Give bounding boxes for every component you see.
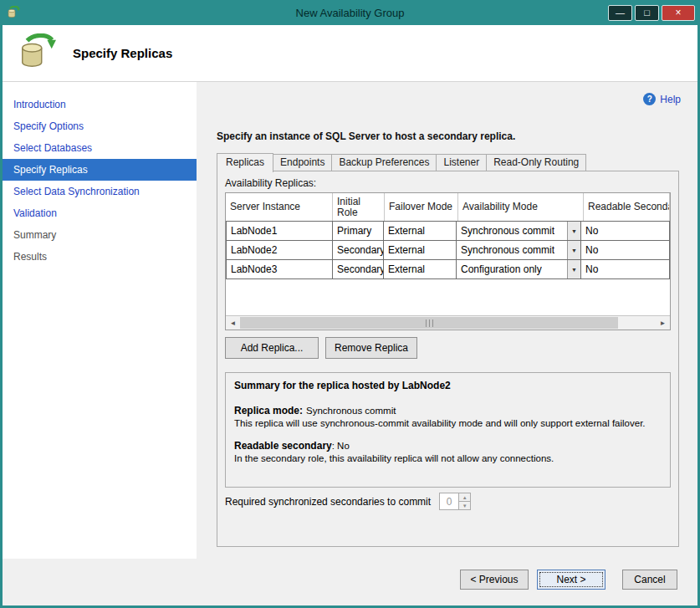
cell-failover-mode[interactable]: External [383, 259, 457, 279]
readable-secondary-label: Readable secondary [234, 440, 332, 452]
sidebar-item-select-databases[interactable]: Select Databases [3, 137, 197, 159]
cell-readable-secondary[interactable]: No [580, 240, 670, 260]
availability-replicas-grid: Server Instance Initial Role Failover Mo… [225, 192, 671, 330]
cell-initial-role[interactable]: Secondary [332, 240, 384, 260]
next-button[interactable]: Next > [537, 570, 605, 590]
wizard-steps-sidebar: Introduction Specify Options Select Data… [3, 82, 197, 559]
tab-endpoints[interactable]: Endpoints [273, 154, 332, 171]
cell-server-instance[interactable]: LabNode2 [226, 240, 333, 260]
sidebar-item-summary: Summary [3, 224, 197, 246]
previous-button[interactable]: < Previous [460, 570, 529, 590]
spin-down-icon: ▼ [459, 502, 470, 509]
readable-secondary-description: In the secondary role, this availability… [234, 452, 662, 465]
availability-replicas-label: Availability Replicas: [225, 177, 316, 189]
replica-summary-box: Summary for the replica hosted by LabNod… [225, 372, 671, 488]
sidebar-item-introduction[interactable]: Introduction [3, 94, 197, 115]
cell-initial-role[interactable]: Primary [332, 221, 384, 241]
cell-readable-secondary[interactable]: No [580, 259, 670, 279]
help-icon: ? [643, 93, 656, 105]
cell-failover-mode[interactable]: External [383, 240, 457, 260]
chevron-down-icon[interactable]: ▼ [567, 260, 580, 278]
grid-empty-area [226, 279, 670, 315]
page-title: Specify Replicas [73, 46, 172, 60]
column-header-server-instance: Server Instance [226, 193, 333, 222]
required-secondaries-stepper: 0 ▲ ▼ [439, 493, 471, 510]
column-header-initial-role: Initial Role [333, 193, 385, 222]
scrollbar-grip-icon [426, 319, 433, 327]
summary-title: Summary for the replica hosted by LabNod… [234, 380, 662, 391]
cell-initial-role[interactable]: Secondary [332, 259, 384, 279]
scroll-right-icon[interactable]: ► [656, 316, 670, 330]
cell-failover-mode[interactable]: External [383, 221, 457, 241]
spin-up-icon: ▲ [459, 493, 470, 502]
main-content: ? Help Specify an instance of SQL Server… [197, 82, 697, 559]
instruction-text: Specify an instance of SQL Server to hos… [217, 130, 515, 142]
table-row[interactable]: LabNode1 Primary External Synchronous co… [226, 221, 670, 241]
tab-strip: Replicas Endpoints Backup Preferences Li… [217, 153, 586, 172]
availability-mode-value: Synchronous commit [457, 225, 554, 237]
replica-mode-value: Synchronous commit [306, 406, 396, 416]
readable-secondary-value: : No [332, 441, 350, 451]
required-secondaries-label: Required synchronized secondaries to com… [225, 496, 431, 508]
replicas-tab-panel: Availability Replicas: Server Instance I… [217, 171, 679, 547]
column-header-readable-secondary: Readable Secondary [584, 193, 670, 222]
grid-header-row: Server Instance Initial Role Failover Mo… [226, 193, 670, 222]
availability-mode-select[interactable]: Synchronous commit ▼ [456, 221, 581, 241]
titlebar: New Availability Group — □ × [3, 0, 697, 25]
replica-mode-label: Replica mode: [234, 405, 303, 416]
scroll-left-icon[interactable]: ◄ [226, 316, 240, 330]
required-secondaries-value: 0 [440, 493, 458, 509]
tab-read-only-routing[interactable]: Read-Only Routing [487, 154, 586, 171]
tab-replicas[interactable]: Replicas [217, 153, 273, 172]
wizard-header: Specify Replicas [3, 25, 697, 82]
sidebar-item-specify-options[interactable]: Specify Options [3, 115, 197, 137]
sidebar-item-results: Results [3, 246, 197, 268]
remove-replica-button[interactable]: Remove Replica [325, 337, 417, 359]
availability-mode-select[interactable]: Synchronous commit ▼ [456, 240, 581, 260]
window-title: New Availability Group [3, 7, 697, 19]
wizard-footer: < Previous Next > Cancel [3, 559, 697, 605]
availability-mode-value: Synchronous commit [457, 244, 554, 256]
help-label: Help [660, 94, 681, 105]
replica-mode-description: This replica will use synchronous-commit… [234, 417, 662, 430]
required-secondaries-row: Required synchronized secondaries to com… [225, 493, 471, 510]
availability-mode-value: Configuration only [457, 263, 542, 275]
app-icon [7, 6, 20, 19]
new-availability-group-window: New Availability Group — □ × Specify Rep… [0, 0, 700, 608]
cell-readable-secondary[interactable]: No [580, 221, 670, 241]
dialog-body: Specify Replicas Introduction Specify Op… [3, 25, 697, 605]
minimize-button[interactable]: — [608, 5, 632, 21]
maximize-button[interactable]: □ [635, 5, 659, 21]
availability-group-icon [18, 33, 56, 72]
add-replica-button[interactable]: Add Replica... [225, 337, 319, 359]
table-row[interactable]: LabNode3 Secondary External Configuratio… [226, 259, 670, 279]
availability-mode-select[interactable]: Configuration only ▼ [456, 259, 581, 279]
horizontal-scrollbar[interactable]: ◄ ► [226, 315, 670, 330]
sidebar-item-validation[interactable]: Validation [3, 202, 197, 224]
cell-server-instance[interactable]: LabNode3 [226, 259, 333, 279]
cell-server-instance[interactable]: LabNode1 [226, 221, 333, 241]
table-row[interactable]: LabNode2 Secondary External Synchronous … [226, 240, 670, 260]
tab-backup-preferences[interactable]: Backup Preferences [332, 154, 437, 171]
sidebar-item-specify-replicas[interactable]: Specify Replicas [3, 159, 197, 181]
tab-listener[interactable]: Listener [437, 154, 487, 171]
chevron-down-icon[interactable]: ▼ [567, 222, 580, 240]
sidebar-item-select-data-synchronization[interactable]: Select Data Synchronization [3, 181, 197, 202]
column-header-failover-mode: Failover Mode [385, 193, 458, 222]
chevron-down-icon[interactable]: ▼ [567, 241, 580, 259]
close-button[interactable]: × [662, 5, 695, 21]
column-header-availability-mode: Availability Mode [458, 193, 584, 222]
help-link[interactable]: ? Help [643, 93, 681, 105]
cancel-button[interactable]: Cancel [622, 570, 677, 590]
horizontal-scrollbar-thumb[interactable] [240, 317, 618, 329]
